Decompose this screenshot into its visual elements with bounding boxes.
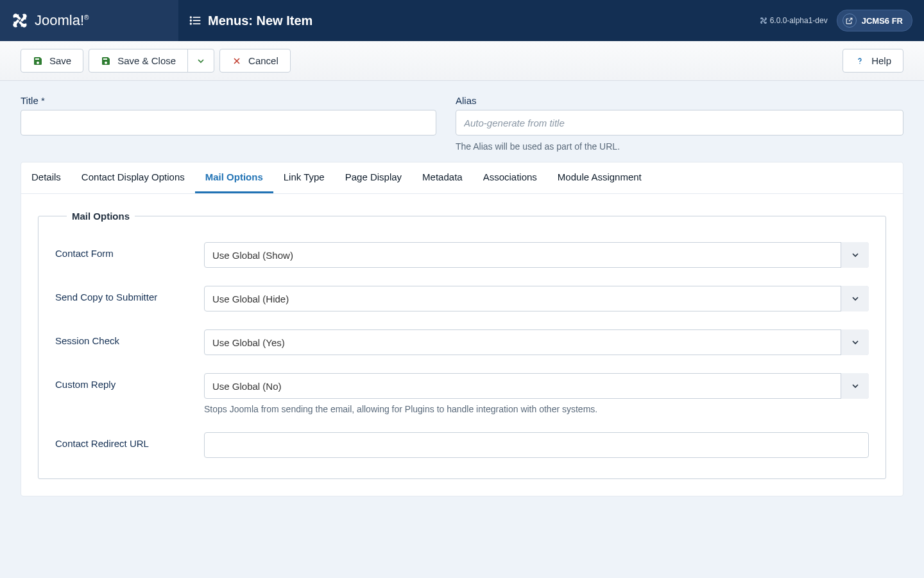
tab-module-assignment[interactable]: Module Assignment (547, 162, 652, 193)
tab-contact-display-options[interactable]: Contact Display Options (71, 162, 195, 193)
svg-rect-5 (193, 23, 201, 24)
select-session-check-value[interactable] (204, 329, 869, 355)
row-contact-redirect: Contact Redirect URL (55, 432, 869, 458)
row-contact-form: Contact Form (55, 242, 869, 268)
header-right: 6.0.0-alpha1-dev JCMS6 FR (760, 10, 924, 31)
help-button[interactable]: Help (843, 49, 903, 73)
label-send-copy: Send Copy to Submitter (55, 286, 191, 302)
label-contact-form: Contact Form (55, 242, 191, 259)
alias-label: Alias (456, 95, 903, 106)
select-send-copy[interactable] (204, 286, 869, 311)
select-custom-reply-value[interactable] (204, 373, 869, 399)
tabs: Details Contact Display Options Mail Opt… (21, 162, 903, 194)
select-contact-form-value[interactable] (204, 242, 869, 268)
svg-point-0 (190, 16, 192, 18)
app-header: Joomla!® Menus: New Item 6.0.0-alpha1-de… (0, 0, 924, 41)
select-send-copy-value[interactable] (204, 286, 869, 311)
cancel-button[interactable]: Cancel (219, 49, 291, 73)
save-close-button[interactable]: Save & Close (89, 49, 188, 73)
title-label: Title * (21, 95, 436, 106)
label-session-check: Session Check (55, 329, 191, 346)
mail-options-fieldset: Mail Options Contact Form Send Copy to S… (38, 211, 886, 479)
tab-page-display[interactable]: Page Display (335, 162, 412, 193)
label-contact-redirect: Contact Redirect URL (55, 432, 191, 449)
input-contact-redirect[interactable] (204, 432, 869, 458)
help-icon (855, 56, 865, 66)
row-custom-reply: Custom Reply Stops Joomla from sending t… (55, 373, 869, 414)
joomla-small-icon (760, 17, 767, 24)
tab-details[interactable]: Details (21, 162, 71, 193)
svg-point-1 (190, 19, 192, 21)
svg-rect-4 (193, 20, 201, 21)
alias-input[interactable] (456, 110, 903, 136)
version-badge[interactable]: 6.0.0-alpha1-dev (760, 16, 828, 25)
brand-text: Joomla!® (35, 12, 89, 29)
external-link-icon (843, 13, 857, 28)
tab-mail-options[interactable]: Mail Options (195, 162, 273, 193)
select-custom-reply[interactable] (204, 373, 869, 399)
alias-field-block: Alias The Alias will be used as part of … (456, 95, 903, 152)
select-session-check[interactable] (204, 329, 869, 355)
brand-logo[interactable]: Joomla!® (0, 0, 178, 41)
page-title: Menus: New Item (178, 13, 760, 28)
row-session-check: Session Check (55, 329, 869, 355)
toolbar: Save Save & Close Cancel Help (0, 41, 924, 81)
save-icon (33, 56, 43, 66)
desc-custom-reply: Stops Joomla from sending the email, all… (204, 404, 869, 414)
svg-point-2 (190, 22, 192, 24)
svg-rect-3 (193, 17, 201, 18)
chevron-down-icon (196, 56, 206, 66)
close-icon (232, 56, 242, 66)
save-icon (101, 56, 111, 66)
fieldset-legend: Mail Options (67, 211, 135, 222)
tab-card: Details Contact Display Options Mail Opt… (21, 162, 903, 496)
title-input[interactable] (21, 110, 436, 136)
title-field-block: Title * (21, 95, 436, 152)
save-close-group: Save & Close (89, 49, 214, 73)
svg-point-8 (859, 62, 860, 63)
save-button[interactable]: Save (21, 49, 83, 73)
save-close-dropdown[interactable] (187, 49, 214, 73)
alias-hint: The Alias will be used as part of the UR… (456, 141, 903, 152)
label-custom-reply: Custom Reply (55, 373, 191, 390)
tab-associations[interactable]: Associations (473, 162, 547, 193)
site-chip[interactable]: JCMS6 FR (837, 10, 912, 31)
tab-metadata[interactable]: Metadata (412, 162, 473, 193)
tab-link-type[interactable]: Link Type (273, 162, 335, 193)
page-title-text: Menus: New Item (208, 13, 312, 28)
head-fields: Title * Alias The Alias will be used as … (0, 81, 924, 162)
list-icon (189, 14, 201, 27)
select-contact-form[interactable] (204, 242, 869, 268)
tab-content: Mail Options Contact Form Send Copy to S… (21, 194, 903, 496)
joomla-icon (12, 12, 28, 29)
row-send-copy: Send Copy to Submitter (55, 286, 869, 311)
